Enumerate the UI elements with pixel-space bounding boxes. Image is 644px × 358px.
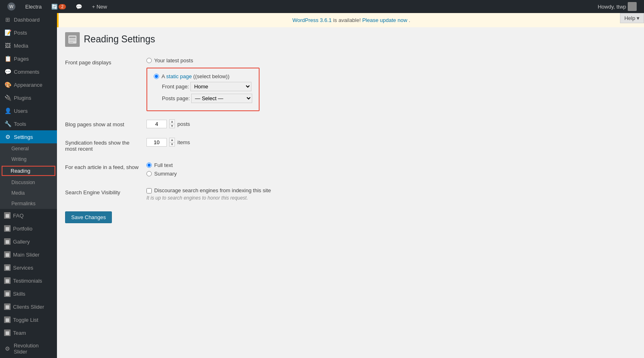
front-page-select[interactable]: Home bbox=[190, 82, 251, 91]
testimonials-icon: ▦ bbox=[4, 277, 11, 284]
svg-rect-4 bbox=[69, 42, 73, 43]
sidebar-item-settings[interactable]: ⚙ Settings bbox=[0, 130, 57, 143]
submenu-item-general[interactable]: General bbox=[0, 143, 57, 154]
posts-icon: 📝 bbox=[4, 29, 11, 36]
new-content-button[interactable]: + New bbox=[88, 0, 111, 13]
submenu-item-writing[interactable]: Writing bbox=[0, 154, 57, 165]
sidebar-item-skills[interactable]: ▦ Skills bbox=[0, 287, 57, 300]
sidebar-item-comments[interactable]: 💬 Comments bbox=[0, 65, 57, 78]
static-page-suffix: ((select below)) bbox=[193, 73, 229, 79]
update-notice-after: . bbox=[409, 17, 410, 23]
search-engine-note: It is up to search engines to honor this… bbox=[146, 195, 632, 201]
portfolio-icon: ▦ bbox=[4, 225, 11, 232]
admin-sidebar: ⊞ Dashboard 📝 Posts 🖼 Media 📋 Pages 💬 Co… bbox=[0, 13, 57, 358]
howdy-button[interactable]: Howdy, ttwp bbox=[594, 0, 641, 13]
static-page-radio[interactable] bbox=[154, 74, 159, 79]
settings-table: Front page displays Your latest posts bbox=[65, 53, 636, 205]
sidebar-item-testimonials[interactable]: ▦ Testimonials bbox=[0, 274, 57, 287]
services-icon: ▦ bbox=[4, 264, 11, 271]
comments-menu-icon: 💬 bbox=[4, 68, 11, 75]
summary-radio[interactable] bbox=[146, 171, 152, 176]
svg-rect-3 bbox=[69, 40, 76, 41]
dashboard-icon: ⊞ bbox=[4, 16, 11, 23]
save-changes-button[interactable]: Save Changes bbox=[65, 211, 112, 223]
sidebar-item-label-revolution-slider: Revolution Slider bbox=[14, 343, 53, 355]
updates-button[interactable]: 🔄 2 bbox=[47, 0, 70, 13]
blog-pages-down-arrow[interactable]: ▼ bbox=[169, 124, 175, 128]
main-slider-icon: ▦ bbox=[4, 251, 11, 258]
admin-bar: W Electra 🔄 2 💬 + New Howdy, ttwp bbox=[0, 0, 644, 13]
sidebar-item-label-gallery: Gallery bbox=[13, 239, 30, 245]
help-label: Help ▾ bbox=[624, 15, 640, 21]
syndication-label-text: Syndication feeds show the most recent bbox=[65, 140, 129, 152]
static-page-box: A static page ((select below)) Front pag… bbox=[146, 68, 260, 111]
blog-pages-cell: ▲ ▼ posts bbox=[146, 115, 636, 134]
updates-badge: 2 bbox=[59, 4, 66, 9]
syndication-down-arrow[interactable]: ▼ bbox=[169, 142, 175, 147]
search-engine-checkbox[interactable] bbox=[146, 188, 152, 193]
sidebar-item-tools[interactable]: 🔧 Tools bbox=[0, 117, 57, 130]
wp-logo-button[interactable]: W bbox=[3, 0, 20, 13]
sidebar-item-main-slider[interactable]: ▦ Main Slider bbox=[0, 248, 57, 261]
sidebar-item-services[interactable]: ▦ Services bbox=[0, 261, 57, 274]
wp-logo-icon: W bbox=[7, 2, 15, 11]
sidebar-item-users[interactable]: 👤 Users bbox=[0, 104, 57, 117]
sidebar-item-posts[interactable]: 📝 Posts bbox=[0, 26, 57, 39]
syndication-input-wrap: ▲ ▼ items bbox=[146, 138, 632, 147]
sidebar-item-revolution-slider[interactable]: ⚙ Revolution Slider bbox=[0, 339, 57, 358]
sidebar-item-team[interactable]: ▦ Team bbox=[0, 326, 57, 339]
summary-label: Summary bbox=[154, 171, 177, 177]
sidebar-item-label-media: Media bbox=[14, 43, 28, 49]
revolution-slider-icon: ⚙ bbox=[4, 345, 11, 352]
blog-pages-up-arrow[interactable]: ▲ bbox=[169, 119, 175, 124]
blog-pages-input[interactable] bbox=[146, 120, 167, 128]
user-avatar bbox=[628, 2, 637, 11]
syndication-spinner[interactable]: ▲ ▼ bbox=[169, 138, 175, 147]
posts-page-select-label: Posts page: bbox=[162, 95, 190, 101]
sidebar-item-label-team: Team bbox=[13, 330, 26, 336]
comments-button[interactable]: 💬 bbox=[72, 0, 86, 13]
sidebar-item-plugins[interactable]: 🔌 Plugins bbox=[0, 91, 57, 104]
save-button-wrap: Save Changes bbox=[65, 211, 636, 223]
search-engine-label: Search Engine Visibility bbox=[65, 183, 146, 205]
sidebar-item-clients-slider[interactable]: ▦ Clients Slider bbox=[0, 300, 57, 313]
static-page-link[interactable]: static page bbox=[166, 73, 192, 79]
latest-posts-radio[interactable] bbox=[146, 58, 152, 63]
howdy-text: Howdy, ttwp bbox=[598, 4, 626, 10]
sidebar-item-label-clients-slider: Clients Slider bbox=[13, 304, 44, 310]
submenu-item-media-settings[interactable]: Media bbox=[0, 188, 57, 198]
sidebar-item-appearance[interactable]: 🎨 Appearance bbox=[0, 78, 57, 91]
sidebar-item-toggle-list[interactable]: ▦ Toggle List bbox=[0, 313, 57, 326]
latest-posts-label: Your latest posts bbox=[154, 57, 193, 64]
site-name-button[interactable]: Electra bbox=[21, 0, 46, 13]
sidebar-item-faq[interactable]: ▦ FAQ bbox=[0, 209, 57, 222]
sidebar-item-label-services: Services bbox=[13, 265, 33, 271]
sidebar-item-label-tools: Tools bbox=[14, 121, 26, 127]
page-title: Reading Settings bbox=[84, 33, 155, 46]
sidebar-item-label-comments: Comments bbox=[14, 69, 39, 75]
submenu-item-discussion[interactable]: Discussion bbox=[0, 177, 57, 188]
blog-pages-input-wrap: ▲ ▼ posts bbox=[146, 119, 632, 128]
full-text-radio[interactable] bbox=[146, 163, 152, 168]
sidebar-item-label-posts: Posts bbox=[14, 30, 27, 36]
search-engine-checkbox-row: Discourage search engines from indexing … bbox=[146, 187, 632, 193]
submenu-item-permalinks[interactable]: Permalinks bbox=[0, 198, 57, 209]
full-text-radio-row: Full text bbox=[146, 162, 632, 168]
posts-page-select[interactable]: — Select — bbox=[191, 94, 252, 103]
help-button[interactable]: Help ▾ bbox=[620, 13, 644, 23]
sidebar-item-label-toggle-list: Toggle List bbox=[13, 317, 38, 323]
syndication-up-arrow[interactable]: ▲ bbox=[169, 138, 175, 142]
sidebar-item-portfolio[interactable]: ▦ Portfolio bbox=[0, 222, 57, 235]
syndication-input[interactable] bbox=[146, 138, 167, 147]
submenu-item-reading[interactable]: Reading bbox=[2, 166, 55, 176]
sidebar-item-media[interactable]: 🖼 Media bbox=[0, 39, 57, 52]
please-update-link[interactable]: Please update now bbox=[362, 17, 407, 23]
sidebar-item-dashboard[interactable]: ⊞ Dashboard bbox=[0, 13, 57, 26]
clients-slider-icon: ▦ bbox=[4, 303, 11, 310]
wp-version-link[interactable]: WordPress 3.6.1 bbox=[293, 17, 332, 23]
sidebar-item-pages[interactable]: 📋 Pages bbox=[0, 52, 57, 65]
sidebar-item-gallery[interactable]: ▦ Gallery bbox=[0, 235, 57, 248]
blog-pages-spinner[interactable]: ▲ ▼ bbox=[169, 119, 175, 128]
update-notice: WordPress 3.6.1 is available! Please upd… bbox=[57, 13, 644, 27]
front-page-label: Front page displays bbox=[65, 53, 146, 115]
